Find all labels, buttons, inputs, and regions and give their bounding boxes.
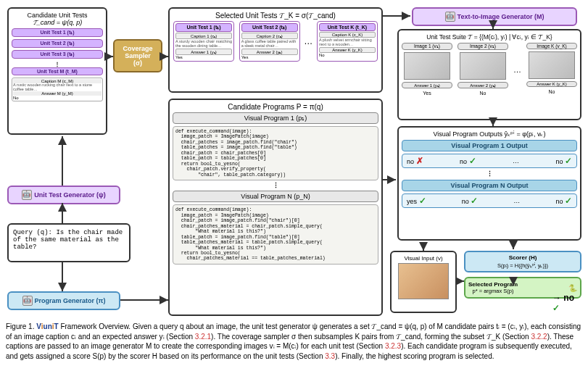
cand-item-m: Unit Test M (t_M) (12, 67, 103, 75)
robot-icon: 🤖 (22, 190, 32, 200)
robot-icon: 🤖 (22, 296, 33, 306)
t2i-label: Text-to-Image Generator (M) (457, 13, 544, 20)
output-n-row: yes ✓ no ✓ … no ✓ (402, 193, 577, 208)
program-1-label: Visual Program 1 (p₁) (173, 112, 378, 124)
query-box: Query (q): Is the chair made of the same… (7, 223, 131, 262)
output-n-label: Visual Program N Output (402, 180, 577, 191)
selected-header: Selected Unit Tests 𝓣_K = σ(𝓣_cand) (173, 12, 378, 20)
suite-header: Unit Test Suite 𝓣 = {(M(cᵢ), yᵢ) | ∀cᵢ, … (402, 33, 577, 41)
candidate-tests-formula: 𝓣_cand = ψ(q, p) (12, 19, 103, 27)
selected-unit-tests-box: Selected Unit Tests 𝓣_K = σ(𝓣_cand) Unit… (168, 7, 383, 93)
output-1-label: Visual Program 1 Output (402, 140, 577, 151)
candidate-programs-box: Candidate Programs P = π(q) Visual Progr… (168, 99, 383, 316)
coverage-sigma: (σ) (117, 59, 158, 67)
suite-img-k: Image K (v_K) Answer K (y_K) No (526, 43, 577, 96)
cand-answer-val: No (13, 96, 102, 100)
suite-img-2: Image 2 (v₂) Answer 2 (y₂) No (457, 43, 508, 96)
python-icon: 🐍 (568, 284, 577, 292)
program-1-code: def execute_command(image): image_patch … (173, 126, 378, 180)
cand-caption-text: A rustic wooden rocking chair next to a … (13, 83, 102, 91)
unit-test-suite-box: Unit Test Suite 𝓣 = {(M(cᵢ), yᵢ) | ∀cᵢ, … (397, 29, 581, 120)
program-generator-box: 🤖 Program Generator (π) (7, 291, 120, 310)
selected-item-1: Unit Test 1 (t₁) Caption 1 (c₁) A sturdy… (173, 21, 234, 62)
visual-input-box: Visual Input (v) (390, 251, 457, 313)
program-outputs-box: Visual Program Outputs ŷₖᵖⁱ = φ(pᵢ, vₖ) … (397, 126, 581, 241)
visual-input-label: Visual Input (v) (394, 255, 452, 262)
figure-caption: Figure 1. ViuniT Framework Overview. Giv… (6, 322, 582, 361)
text-to-image-generator-box: 🤖 Text-to-Image Generator (M) (412, 7, 577, 26)
output-1-row: no ✗ no ✓ … no ✓ (402, 154, 577, 168)
final-result: → no ✓ (552, 293, 582, 313)
selected-item-2: Unit Test 2 (t₂) Caption 2 (c₂) A glass … (239, 21, 300, 62)
utg-label: Unit Test Generator (ψ) (34, 191, 106, 199)
thumb-2 (460, 52, 506, 80)
scorer-box: Scorer (H) S(pᵢ) = H({h(ŷₖᵖⁱ, yₖ)}) (464, 251, 581, 272)
suite-img-1: Image 1 (v₁) Answer 1 (y₁) Yes (402, 43, 452, 96)
cand-item-3: Unit Test 3 (t₃) (12, 50, 103, 59)
unit-test-generator-box: 🤖 Unit Test Generator (ψ) (7, 186, 120, 204)
visual-input-thumb (398, 263, 449, 299)
thumb-1 (404, 52, 450, 80)
check-icon: ✓ (469, 156, 476, 166)
coverage-sampler-box: Coverage Sampler (σ) (113, 39, 162, 72)
program-n-label: Visual Program N (p_N) (173, 191, 378, 202)
candidate-tests-header: Candidate Unit Tests (12, 12, 103, 19)
check-icon: ✓ (471, 196, 478, 206)
cand-item-1: Unit Test 1 (t₁) (12, 28, 103, 37)
check-icon: ✓ (419, 196, 426, 206)
cand-item-2: Unit Test 2 (t₂) (12, 39, 103, 48)
selected-formula: p* = argmax S(p) (473, 288, 514, 294)
thumb-k (529, 51, 575, 79)
outputs-header: Visual Program Outputs ŷₖᵖⁱ = φ(pᵢ, vₖ) (402, 130, 577, 138)
program-n-code: def execute_command(image): image_patch … (173, 204, 378, 265)
programs-header: Candidate Programs P = π(q) (173, 103, 378, 111)
query-text: Query (q): Is the chair made of the same… (13, 229, 123, 251)
check-icon: ✓ (565, 196, 572, 206)
framework-diagram: Candidate Unit Tests 𝓣_cand = ψ(q, p) Un… (6, 6, 582, 317)
scorer-formula: S(pᵢ) = H({h(ŷₖᵖⁱ, yₖ)}) (468, 262, 578, 269)
candidate-unit-tests-box: Candidate Unit Tests 𝓣_cand = ψ(q, p) Un… (7, 7, 107, 135)
scorer-area: Scorer (H) S(pᵢ) = H({h(ŷₖᵖⁱ, yₖ)}) Sele… (464, 251, 581, 299)
suite-ellipsis: … (513, 65, 521, 74)
selected-item-k: Unit Test K (t_K) Caption K (c_K) A plus… (317, 21, 378, 62)
check-icon: ✓ (552, 303, 560, 313)
cross-icon: ✗ (416, 156, 423, 166)
coverage-label: Coverage Sampler (117, 45, 158, 59)
check-icon: ✓ (565, 156, 572, 166)
pg-label: Program Generator (π) (35, 297, 106, 304)
robot-icon: 🤖 (445, 12, 455, 22)
